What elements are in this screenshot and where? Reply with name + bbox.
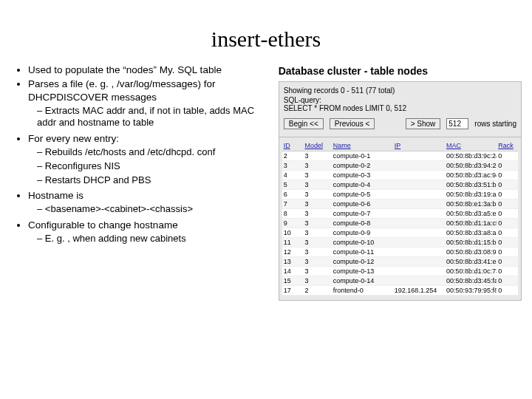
sub-bullet-item: Rebuilds /etc/hosts and /etc/dhcpd. conf xyxy=(37,146,274,159)
query-text: SELECT * FROM nodes LIMIT 0, 512 xyxy=(284,104,406,112)
cell-mac: 00:50:8b:d3:9c:24 xyxy=(445,151,497,161)
cell-mac: 00:50:8b:d3:41:ed xyxy=(445,257,497,267)
col-header[interactable]: MAC xyxy=(445,140,497,151)
cell-rack: 0 xyxy=(497,248,518,257)
cell-mac: 00:50:8b:d3:a5:e7 xyxy=(445,209,497,219)
table-row: 133compute-0-1200:50:8b:d3:41:ed0 xyxy=(282,257,518,267)
cell-model: 3 xyxy=(303,161,331,171)
sub-bullet-item: E. g. , when adding new cabinets xyxy=(37,233,274,245)
cell-name: compute-0-7 xyxy=(332,209,393,219)
nodes-table: IDModelNameIPMACRack 23compute-0-100:50:… xyxy=(282,140,518,296)
cell-name: compute-0-2 xyxy=(332,161,393,171)
cell-mac: 00:50:8b:d3:19:aa xyxy=(445,190,497,200)
content-area: Used to populate the “nodes” My. SQL tab… xyxy=(0,52,532,301)
rows-input[interactable] xyxy=(446,118,468,129)
table-row: 53compute-0-400:50:8b:d3:51:bd0 xyxy=(282,180,518,190)
cell-model: 3 xyxy=(303,190,331,200)
cell-mac: 00:50:93:79:95:f8 xyxy=(445,286,497,296)
cell-mac: 00:50:8b:d3:51:bd xyxy=(445,180,497,190)
cell-mac: 00:50:8b:d3:08:99 xyxy=(445,248,497,257)
cell-id: 8 xyxy=(282,209,304,219)
cell-name: compute-0-14 xyxy=(332,276,393,286)
query-label: SQL-query: xyxy=(284,96,321,104)
col-header[interactable]: Rack xyxy=(497,140,518,151)
cell-mac: 00:50:8b:d1:0c:73 xyxy=(445,267,497,276)
table-row: 153compute-0-1400:50:8b:d3:45:fa0 xyxy=(282,276,518,286)
cell-name: compute-0-5 xyxy=(332,190,393,200)
table-row: 33compute-0-200:50:8b:d3:94:2d0 xyxy=(282,161,518,171)
cell-ip xyxy=(393,171,445,180)
cell-name: compute-0-12 xyxy=(332,257,393,267)
cell-id: 13 xyxy=(282,257,304,267)
bullet-text: For every new entry: xyxy=(28,133,119,144)
cell-id: 2 xyxy=(282,151,304,161)
col-header[interactable]: Model xyxy=(303,140,331,151)
cell-ip xyxy=(393,180,445,190)
table-body: 23compute-0-100:50:8b:d3:9c:24033compute… xyxy=(282,151,518,296)
bullet-item: Parses a file (e. g. , /var/log/messages… xyxy=(28,78,274,129)
cell-mac: 00:50:8b:e1:3a:bb xyxy=(445,200,497,209)
begin-button[interactable]: Begin << xyxy=(284,118,324,129)
cell-ip xyxy=(393,151,445,161)
cell-rack: 0 xyxy=(497,180,518,190)
cell-model: 3 xyxy=(303,267,331,276)
cell-model: 3 xyxy=(303,257,331,267)
cell-ip xyxy=(393,228,445,238)
bullet-text: Hostname is xyxy=(28,190,83,201)
bullet-text: Parses a file (e. g. , /var/log/messages… xyxy=(28,78,216,102)
col-header[interactable]: ID xyxy=(282,140,304,151)
cell-name: compute-0-6 xyxy=(332,200,393,209)
panel-header: Database cluster - table nodes xyxy=(279,64,522,81)
cell-ip xyxy=(393,238,445,248)
cell-id: 17 xyxy=(282,286,304,296)
bullet-item: For every new entry:Rebuilds /etc/hosts … xyxy=(28,132,274,186)
table-row: 103compute-0-900:50:8b:d3:a8:a70 xyxy=(282,228,518,238)
cell-id: 4 xyxy=(282,171,304,180)
table-row: 123compute-0-1100:50:8b:d3:08:990 xyxy=(282,248,518,257)
previous-button[interactable]: Previous < xyxy=(330,118,375,129)
bullet-text: Configurable to change hostname xyxy=(28,219,178,231)
table-row: 73compute-0-600:50:8b:e1:3a:bb0 xyxy=(282,200,518,209)
table-row: 23compute-0-100:50:8b:d3:9c:240 xyxy=(282,151,518,161)
col-header[interactable]: Name xyxy=(332,140,393,151)
records-text: Showing records 0 - 511 (77 total) xyxy=(284,86,516,95)
cell-ip xyxy=(393,248,445,257)
cell-rack: 0 xyxy=(497,151,518,161)
cell-id: 7 xyxy=(282,200,304,209)
bullet-item: Hostname is<basename>-<cabinet>-<chassis… xyxy=(28,189,274,216)
col-header[interactable]: IP xyxy=(393,140,445,151)
cell-model: 3 xyxy=(303,171,331,180)
cell-name: compute-0-9 xyxy=(332,228,393,238)
cell-name: compute-0-3 xyxy=(332,171,393,180)
table-row: 93compute-0-800:50:8b:d1:1a:c50 xyxy=(282,219,518,228)
cell-rack: 0 xyxy=(497,209,518,219)
show-button[interactable]: > Show xyxy=(406,118,441,129)
bullets-list: Used to populate the “nodes” My. SQL tab… xyxy=(10,64,274,245)
cell-id: 12 xyxy=(282,248,304,257)
cell-model: 3 xyxy=(303,248,331,257)
cell-mac: 00:50:8b:d3:ac:94 xyxy=(445,171,497,180)
cell-name: compute-0-4 xyxy=(332,180,393,190)
cell-ip xyxy=(393,276,445,286)
sub-bullet-item: Restarts DHCP and PBS xyxy=(37,174,274,187)
cell-model: 3 xyxy=(303,180,331,190)
cell-rack: 0 xyxy=(497,267,518,276)
sub-list: <basename>-<cabinet>-<chassis> xyxy=(28,203,274,216)
sub-bullet-item: Extracts MAC addr and, if not in table, … xyxy=(37,105,274,129)
cell-model: 3 xyxy=(303,200,331,209)
sub-list: Rebuilds /etc/hosts and /etc/dhcpd. conf… xyxy=(28,146,274,186)
table-row: 113compute-0-1000:50:8b:d1:15:bd0 xyxy=(282,238,518,248)
pager-controls: Begin << Previous < > Show rows starting xyxy=(284,118,516,129)
cell-rack: 0 xyxy=(497,276,518,286)
cell-ip xyxy=(393,219,445,228)
table-row: 143compute-0-1300:50:8b:d1:0c:730 xyxy=(282,267,518,276)
cell-name: compute-0-8 xyxy=(332,219,393,228)
cell-rack: 0 xyxy=(497,190,518,200)
cell-rack: 0 xyxy=(497,286,518,296)
cell-ip xyxy=(393,161,445,171)
page-title: insert-ethers xyxy=(0,0,532,52)
table-row: 63compute-0-500:50:8b:d3:19:aa0 xyxy=(282,190,518,200)
cell-model: 3 xyxy=(303,228,331,238)
cell-id: 10 xyxy=(282,228,304,238)
cell-model: 3 xyxy=(303,276,331,286)
